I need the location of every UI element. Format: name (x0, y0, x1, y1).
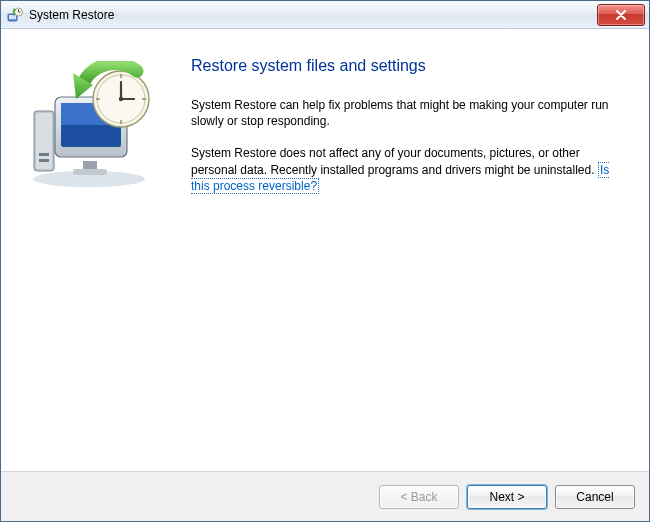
details-text: System Restore does not affect any of yo… (191, 146, 598, 176)
system-restore-graphic (21, 61, 161, 191)
wizard-graphic-pane (21, 53, 191, 461)
wizard-body: Restore system files and settings System… (1, 29, 649, 471)
system-restore-icon (7, 7, 23, 23)
system-restore-window: System Restore (0, 0, 650, 522)
titlebar: System Restore (1, 1, 649, 29)
page-heading: Restore system files and settings (191, 57, 627, 75)
close-button[interactable] (597, 4, 645, 26)
window-title: System Restore (29, 8, 597, 22)
svg-rect-1 (9, 15, 16, 19)
back-button: < Back (379, 485, 459, 509)
svg-rect-9 (83, 161, 97, 169)
intro-paragraph: System Restore can help fix problems tha… (191, 97, 611, 129)
next-button[interactable]: Next > (467, 485, 547, 509)
close-icon (615, 10, 627, 20)
wizard-footer: < Back Next > Cancel (1, 471, 649, 521)
wizard-content: Restore system files and settings System… (191, 53, 627, 461)
details-paragraph: System Restore does not affect any of yo… (191, 145, 611, 194)
svg-rect-10 (73, 169, 107, 175)
svg-rect-8 (39, 159, 49, 162)
cancel-button[interactable]: Cancel (555, 485, 635, 509)
svg-rect-7 (39, 153, 49, 156)
